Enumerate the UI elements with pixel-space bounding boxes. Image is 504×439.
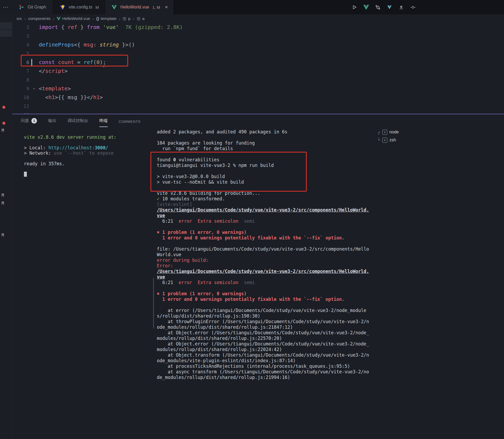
breadcrumb-item-template[interactable]: {}template xyxy=(96,16,116,21)
terminal-line: /Users/tiangui/Documents/Code/study/vue/… xyxy=(157,207,370,218)
symbol-cube-icon xyxy=(123,17,127,21)
title-tab-bar: ⋯ Git Graph vite.config.ts M xyxy=(0,0,504,14)
line-number: 7 xyxy=(12,67,29,75)
terminal-line: > vite-vue3-2@0.0.0 build xyxy=(157,174,370,179)
vue-action-icon[interactable] xyxy=(363,4,369,11)
tab-git-graph[interactable]: Git Graph xyxy=(11,0,53,14)
vue-devtools-icon[interactable] xyxy=(386,4,393,11)
terminal-line: ready in 357ms. xyxy=(24,161,155,166)
panel-tab-debug-console[interactable]: 调试控制台 xyxy=(68,118,88,127)
code-text: import { ref } from 'vue' 7K (gzipped: 2… xyxy=(39,23,183,32)
terminal-line: Error: xyxy=(157,263,370,269)
close-icon[interactable]: × xyxy=(165,4,168,10)
terminal-line: at throwPluginError (/Users/tiangui/Docu… xyxy=(157,319,370,330)
terminal-line xyxy=(157,168,370,174)
terminal-icon: > xyxy=(382,138,387,143)
problems-count-badge: 1 xyxy=(31,118,37,124)
breadcrumb-label: template xyxy=(101,16,116,21)
code-line: 3 xyxy=(12,32,504,40)
code-text: <template> xyxy=(39,84,71,93)
code-editor[interactable]: 2import { ref } from 'vue' 7K (gzipped: … xyxy=(12,23,504,114)
terminal-line: at Object.transform (/Users/tiangui/Docu… xyxy=(157,352,370,364)
terminal-line: at Object.error (/Users/tiangui/Document… xyxy=(157,330,370,341)
panel-tab-comments[interactable]: COMMENTS xyxy=(119,120,141,127)
terminal-line: ✖ 1 problem (1 error, 0 warnings) xyxy=(157,291,370,297)
terminal-line: at processTicksAndRejections (internal/p… xyxy=(157,364,370,369)
line-number: 3 xyxy=(12,32,29,40)
panel-tab-terminal[interactable]: 终端 xyxy=(99,118,108,127)
tab-helloworld-vue[interactable]: HelloWorld.vue 1, M × xyxy=(105,0,174,14)
line-number: 5 xyxy=(12,49,29,58)
code-line: 5 xyxy=(12,49,504,58)
terminal-line: > Network: use `--host` to expose xyxy=(24,150,155,156)
terminal-left-pane[interactable]: vite v2.8.6 dev server running at: > Loc… xyxy=(24,134,155,177)
line-number: 10 xyxy=(12,93,29,102)
breadcrumb-separator: › xyxy=(93,16,94,21)
breadcrumb-item-src[interactable]: src xyxy=(16,16,22,21)
fold-slot xyxy=(29,58,39,67)
git-compare-icon[interactable] xyxy=(374,4,381,11)
breadcrumb-item-helloworld-vue[interactable]: HelloWorld.vue xyxy=(57,16,90,21)
terminal-line: 6:21 error Extra semicolon semi xyxy=(157,218,370,224)
strip-row-highlight xyxy=(0,22,12,29)
bottom-panel: 问题1输出调试控制台终端COMMENTS vite v2.8.6 dev ser… xyxy=(12,114,504,439)
breadcrumb-item-a[interactable]: a xyxy=(137,16,145,21)
terminal-line: 1 error and 0 warnings potentially fixab… xyxy=(157,297,370,302)
breadcrumb-separator: › xyxy=(53,16,54,21)
run-button-icon[interactable] xyxy=(351,4,358,11)
terminal-process-zsh[interactable]: └>zsh xyxy=(377,136,433,144)
breadcrumb-item-components[interactable]: components xyxy=(28,16,51,21)
terminal-line xyxy=(157,241,370,246)
terminal-line: at async transform (/Users/tiangui/Docum… xyxy=(157,369,370,380)
terminal-line: ✓ 10 modules transformed. xyxy=(157,196,370,202)
fold-chevron-icon[interactable]: ▾ xyxy=(29,84,39,93)
terminal-line xyxy=(157,224,370,230)
terminal-line: 104 packages are looking for funding xyxy=(157,140,370,146)
terminal-line: tiangui@tiangui vite-vue3-2 % npm run bu… xyxy=(157,163,370,168)
fold-slot xyxy=(29,102,39,111)
tab-label: vite.config.ts xyxy=(69,5,92,10)
panel-tab-label: 调试控制台 xyxy=(68,118,88,124)
terminal-line xyxy=(157,135,370,140)
line-number: 8 xyxy=(12,75,29,84)
breadcrumb-label: a xyxy=(142,16,145,21)
code-line: 12▾ <p> xyxy=(12,111,504,114)
terminal-right-pane[interactable]: added 2 packages, and audited 490 packag… xyxy=(157,129,370,380)
tab-label: Git Graph xyxy=(28,5,46,10)
overflow-menu-button[interactable]: ⋯ xyxy=(0,0,11,14)
terminal-line: error during build: xyxy=(157,258,370,263)
fold-slot xyxy=(29,67,39,75)
pane-divider[interactable] xyxy=(153,278,154,328)
panel-tab-output[interactable]: 输出 xyxy=(48,118,56,127)
terminal-line xyxy=(157,302,370,308)
fold-chevron-icon[interactable]: ▾ xyxy=(29,111,39,114)
target-settings-icon[interactable] xyxy=(409,4,416,11)
panel-tab-bar: 问题1输出调试控制台终端COMMENTS xyxy=(12,114,504,127)
terminal-line: 1 error and 0 warnings potentially fixab… xyxy=(157,235,370,241)
symbol-cube-icon xyxy=(137,17,141,21)
modified-badge: M xyxy=(2,233,4,238)
terminal-process-node[interactable]: ┌>node xyxy=(377,128,433,136)
line-number: 6 xyxy=(12,58,29,67)
screencast-icon[interactable] xyxy=(398,4,405,11)
terminal-line: vite v2.8.6 dev server running at: xyxy=(24,134,155,140)
code-text: <h1>{{ msg }}</h1> xyxy=(39,93,103,102)
panel-tab-label: 输出 xyxy=(48,118,56,124)
braces-icon: {} xyxy=(96,16,99,21)
breadcrumb: src›components›HelloWorld.vue›{}template… xyxy=(12,14,504,23)
code-line: 4defineProps<{ msg: string }>() xyxy=(12,40,504,49)
line-number: 11 xyxy=(12,102,29,111)
terminal-process-list: ┌>node└>zsh xyxy=(377,128,433,144)
breadcrumb-item-p[interactable]: p xyxy=(123,16,131,21)
tab-vite-config[interactable]: vite.config.ts M xyxy=(53,0,105,14)
terminal-line: at error (/Users/tiangui/Documents/Code/… xyxy=(157,308,370,319)
modified-badge: M xyxy=(2,201,4,206)
panel-tab-problems[interactable]: 问题1 xyxy=(21,118,37,127)
vue-icon xyxy=(57,17,61,20)
code-line: 7</script> xyxy=(12,67,504,75)
fold-slot xyxy=(29,40,39,49)
vue-icon xyxy=(111,4,118,11)
tab-problems-modified-badge: 1, M xyxy=(152,5,160,10)
breadcrumb-separator: › xyxy=(24,16,26,21)
line-number: 9 xyxy=(12,84,29,93)
